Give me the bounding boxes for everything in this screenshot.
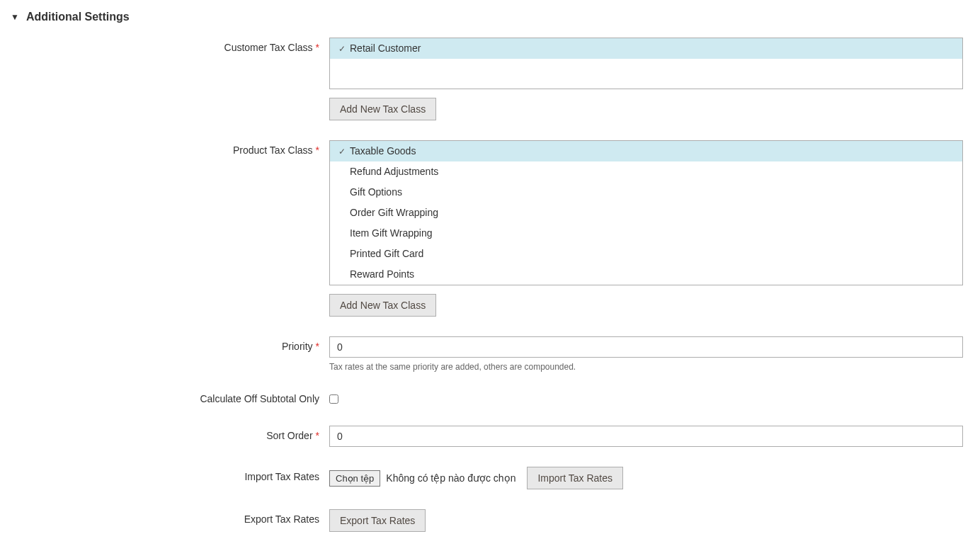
option-label: Refund Adjustments (350, 164, 438, 179)
product-tax-class-select[interactable]: ✓Taxable GoodsRefund AdjustmentsGift Opt… (329, 140, 963, 285)
option-label: Reward Points (350, 267, 414, 282)
choose-file-button[interactable]: Chọn tệp (329, 470, 380, 487)
export-tax-rates-button[interactable]: Export Tax Rates (329, 509, 426, 532)
product-tax-class-option[interactable]: Order Gift Wrapping (330, 203, 962, 223)
product-tax-class-option[interactable]: Reward Points (330, 264, 962, 285)
product-tax-class-option[interactable]: Refund Adjustments (330, 161, 962, 182)
import-tax-rates-button[interactable]: Import Tax Rates (527, 467, 623, 489)
product-tax-class-option[interactable]: Printed Gift Card (330, 244, 962, 264)
add-product-tax-class-button[interactable]: Add New Tax Class (329, 294, 436, 317)
calculate-subtotal-field: Calculate Off Subtotal Only (11, 392, 969, 406)
calculate-subtotal-label: Calculate Off Subtotal Only (11, 393, 329, 404)
customer-tax-class-field: Customer Tax Class* ✓Retail Customer Add… (11, 38, 969, 120)
customer-tax-class-option[interactable]: ✓Retail Customer (330, 38, 962, 59)
export-tax-rates-label: Export Tax Rates (11, 509, 329, 525)
customer-tax-class-select[interactable]: ✓Retail Customer (329, 38, 963, 89)
collapse-icon: ▼ (11, 12, 19, 22)
no-file-text: Không có tệp nào được chọn (386, 472, 515, 484)
option-label: Retail Customer (350, 41, 421, 56)
option-label: Order Gift Wrapping (350, 205, 438, 220)
add-customer-tax-class-button[interactable]: Add New Tax Class (329, 98, 436, 120)
check-icon: ✓ (338, 145, 348, 158)
priority-input[interactable] (329, 336, 963, 358)
product-tax-class-label: Product Tax Class* (11, 140, 329, 156)
check-icon: ✓ (338, 42, 348, 55)
option-label: Gift Options (350, 185, 402, 200)
priority-note: Tax rates at the same priority are added… (329, 362, 963, 372)
calculate-subtotal-checkbox[interactable] (329, 394, 338, 404)
sort-order-input[interactable] (329, 426, 963, 447)
section-header[interactable]: ▼ Additional Settings (11, 11, 969, 23)
section-title: Additional Settings (26, 11, 130, 23)
sort-order-label: Sort Order* (11, 426, 329, 441)
import-tax-rates-field: Import Tax Rates Chọn tệp Không có tệp n… (11, 467, 969, 489)
priority-label: Priority* (11, 336, 329, 352)
customer-tax-class-label: Customer Tax Class* (11, 38, 329, 53)
priority-field: Priority* Tax rates at the same priority… (11, 336, 969, 372)
option-label: Printed Gift Card (350, 246, 423, 261)
option-label: Taxable Goods (350, 144, 416, 159)
option-label: Item Gift Wrapping (350, 226, 432, 241)
product-tax-class-field: Product Tax Class* ✓Taxable GoodsRefund … (11, 140, 969, 317)
import-tax-rates-label: Import Tax Rates (11, 467, 329, 482)
product-tax-class-option[interactable]: Item Gift Wrapping (330, 223, 962, 244)
product-tax-class-option[interactable]: Gift Options (330, 182, 962, 203)
export-tax-rates-field: Export Tax Rates Export Tax Rates (11, 509, 969, 532)
sort-order-field: Sort Order* (11, 426, 969, 447)
product-tax-class-option[interactable]: ✓Taxable Goods (330, 141, 962, 161)
